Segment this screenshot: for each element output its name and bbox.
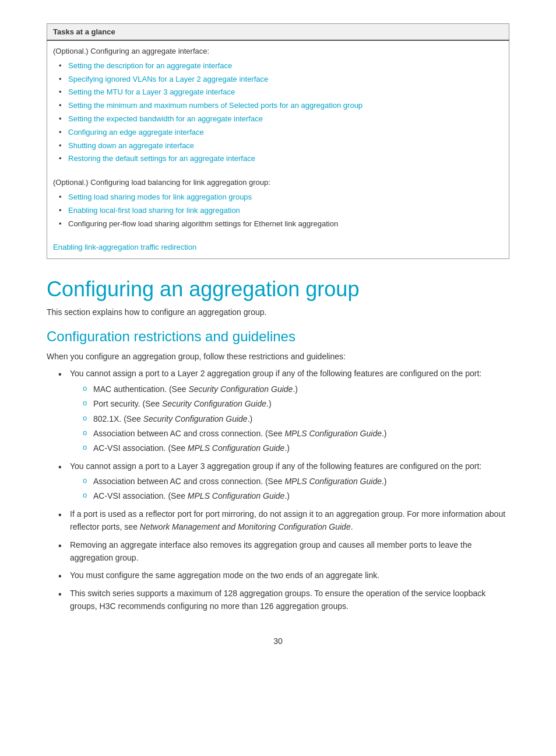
redirect-row[interactable]: Enabling link-aggregation traffic redire…: [47, 237, 509, 258]
list-item[interactable]: Specifying ignored VLANs for a Layer 2 a…: [59, 74, 503, 86]
guideline-text-6: This switch series supports a maximum of…: [70, 589, 485, 611]
list-item[interactable]: Restoring the default settings for an ag…: [59, 153, 503, 165]
guideline-text-5: You must configure the same aggregation …: [70, 570, 379, 580]
link-shutdown[interactable]: Shutting down an aggregate interface: [68, 141, 194, 150]
link-restore[interactable]: Restoring the default settings for an ag…: [68, 154, 255, 163]
guideline-item-2: You cannot assign a port to a Layer 3 ag…: [58, 460, 509, 503]
optional-load-balancing-group: (Optional.) Configuring load balancing f…: [47, 172, 509, 237]
guideline-text-2: You cannot assign a port to a Layer 3 ag…: [70, 461, 481, 471]
link-redirect[interactable]: Enabling link-aggregation traffic redire…: [53, 243, 196, 251]
guideline-text-3: If a port is used as a reflector port fo…: [70, 509, 505, 531]
link-minmax[interactable]: Setting the minimum and maximum numbers …: [68, 101, 363, 110]
list-item[interactable]: Shutting down an aggregate interface: [59, 140, 503, 152]
group2-list: Setting load sharing modes for link aggr…: [53, 191, 503, 230]
page-title: Configuring an aggregation group: [47, 276, 509, 302]
section-intro: This section explains how to configure a…: [47, 307, 509, 317]
tasks-table-header: Tasks at a glance: [47, 24, 509, 41]
link-vlans[interactable]: Specifying ignored VLANs for a Layer 2 a…: [68, 75, 268, 83]
guideline-text-1: You cannot assign a port to a Layer 2 ag…: [70, 369, 481, 378]
sub-list-1: MAC authentication. (See Security Config…: [70, 383, 509, 455]
list-item[interactable]: Configuring an edge aggregate interface: [59, 127, 503, 139]
list-item[interactable]: Setting the expected bandwidth for an ag…: [59, 113, 503, 125]
link-mtu[interactable]: Setting the MTU for a Layer 3 aggregate …: [68, 88, 235, 96]
link-description[interactable]: Setting the description for an aggregate…: [68, 61, 232, 70]
guidelines-intro: When you configure an aggregation group,…: [47, 352, 509, 361]
list-item[interactable]: Setting load sharing modes for link aggr…: [59, 191, 503, 204]
guideline-item-5: You must configure the same aggregation …: [58, 569, 509, 582]
page-number: 30: [47, 636, 509, 646]
optional-aggregate-interface-group: (Optional.) Configuring an aggregate int…: [47, 40, 509, 172]
sub-list-2: Association between AC and cross connect…: [70, 475, 509, 503]
sub-item: Port security. (See Security Configurati…: [82, 397, 509, 410]
link-load-sharing[interactable]: Setting load sharing modes for link aggr…: [68, 192, 252, 201]
list-item[interactable]: Enabling local-first load sharing for li…: [59, 205, 503, 217]
guideline-item-1: You cannot assign a port to a Layer 2 ag…: [58, 367, 509, 454]
link-edge[interactable]: Configuring an edge aggregate interface: [68, 128, 204, 136]
link-local-first[interactable]: Enabling local-first load sharing for li…: [68, 206, 240, 215]
item-per-flow: Configuring per-flow load sharing algori…: [68, 219, 338, 228]
sub-item: 802.1X. (See Security Configuration Guid…: [82, 412, 509, 425]
sub-heading-config: Configuration restrictions and guideline…: [47, 328, 509, 345]
guideline-item-3: If a port is used as a reflector port fo…: [58, 508, 509, 534]
guideline-item-4: Removing an aggregate interface also rem…: [58, 538, 509, 565]
tasks-at-a-glance-table: Tasks at a glance (Optional.) Configurin…: [47, 23, 509, 259]
sub-item: Association between AC and cross connect…: [82, 475, 509, 488]
sub-item: MAC authentication. (See Security Config…: [82, 383, 509, 396]
group2-intro: (Optional.) Configuring load balancing f…: [53, 178, 270, 187]
guideline-text-4: Removing an aggregate interface also rem…: [70, 540, 472, 562]
guideline-item-6: This switch series supports a maximum of…: [58, 587, 509, 613]
group1-list: Setting the description for an aggregate…: [53, 60, 503, 165]
sub-item: AC-VSI association. (See MPLS Configurat…: [82, 442, 509, 454]
list-item[interactable]: Setting the description for an aggregate…: [59, 60, 503, 72]
sub-item: Association between AC and cross connect…: [82, 427, 509, 440]
list-item[interactable]: Setting the minimum and maximum numbers …: [59, 100, 503, 112]
list-item: Configuring per-flow load sharing algori…: [59, 218, 503, 230]
sub-item: AC-VSI association. (See MPLS Configurat…: [82, 489, 509, 502]
link-bandwidth[interactable]: Setting the expected bandwidth for an ag…: [68, 114, 263, 123]
guidelines-list: You cannot assign a port to a Layer 2 ag…: [58, 367, 509, 612]
group1-intro: (Optional.) Configuring an aggregate int…: [53, 47, 209, 55]
list-item[interactable]: Setting the MTU for a Layer 3 aggregate …: [59, 86, 503, 99]
